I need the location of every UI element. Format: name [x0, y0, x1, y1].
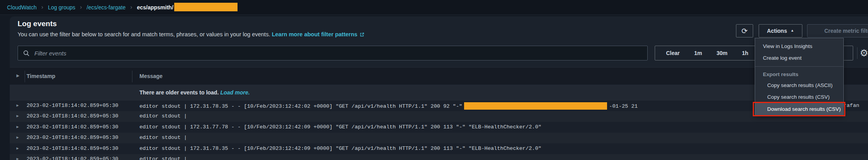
log-timestamp: 2023-02-10T18:14:02.859+05:30 [27, 156, 118, 160]
breadcrumb-separator: › [130, 4, 132, 10]
column-header-message: Message [139, 73, 163, 79]
time-range-clear-button[interactable]: Clear [666, 50, 680, 56]
refresh-icon: ⟳ [741, 27, 748, 36]
expand-row-icon[interactable]: ▶ [16, 114, 19, 118]
time-range-30m[interactable]: 30m [716, 50, 727, 56]
breadcrumb-current-stream: ecs/appsmith/ [137, 4, 173, 11]
breadcrumb-cloudwatch[interactable]: CloudWatch [7, 4, 37, 11]
column-divider [25, 71, 25, 82]
expand-all-icon[interactable]: ▶ [16, 73, 20, 78]
expand-row-icon[interactable]: ▶ [16, 135, 19, 140]
expand-row-icon[interactable]: ▶ [16, 156, 19, 160]
log-timestamp: 2023-02-10T18:14:02.859+05:30 [27, 146, 118, 151]
log-row[interactable]: ▶ 2023-02-10T18:14:02.859+05:30 editor s… [10, 122, 868, 133]
menu-section-export-results: Export results [755, 69, 843, 80]
log-row[interactable]: ▶ 2023-02-10T18:14:02.859+05:30 editor s… [10, 144, 868, 154]
menu-item-download-search-results-csv[interactable]: Download search results (CSV) [755, 103, 843, 115]
time-range-1h[interactable]: 1h [742, 50, 748, 56]
actions-dropdown-menu: View in Logs Insights Create log event E… [755, 38, 844, 116]
breadcrumb-separator: › [41, 4, 43, 10]
log-row[interactable]: ▶ 2023-02-10T18:14:02.859+05:30 editor s… [10, 133, 868, 143]
log-timestamp: 2023-02-10T18:14:02.859+05:30 [27, 103, 118, 108]
log-message-suffix: -01-25 21 [609, 103, 638, 109]
learn-more-link[interactable]: Learn more about filter patterns [272, 31, 357, 37]
load-more-link[interactable]: Load more. [220, 89, 250, 96]
page-title: Log events [18, 20, 57, 28]
log-message: editor stdout | [139, 113, 187, 119]
log-timestamp: 2023-02-10T18:14:02.859+05:30 [27, 113, 118, 119]
expand-row-icon[interactable]: ▶ [16, 103, 19, 108]
refresh-button[interactable]: ⟳ [736, 24, 753, 37]
log-table-header: ▶ Timestamp Message [10, 67, 868, 85]
menu-item-copy-search-results-csv[interactable]: Copy search results (CSV) [755, 91, 843, 103]
log-message: editor stdout | [139, 156, 187, 160]
search-icon [23, 50, 30, 57]
older-events-text: There are older events to load. [139, 89, 219, 96]
breadcrumb: CloudWatch › Log groups › /ecs/ecs-farga… [0, 0, 868, 15]
column-divider [132, 71, 132, 82]
log-timestamp: 2023-02-10T18:14:02.859+05:30 [27, 135, 118, 140]
expand-row-icon[interactable]: ▶ [16, 146, 19, 151]
menu-divider [755, 66, 843, 67]
cloudwatch-log-events-page: CloudWatch › Log groups › /ecs/ecs-farga… [0, 0, 868, 160]
actions-button-label: Actions [767, 28, 787, 34]
filter-events-input[interactable] [34, 50, 647, 57]
menu-item-copy-search-results-ascii[interactable]: Copy search results (ASCII) [755, 80, 843, 91]
external-link-icon [359, 32, 364, 38]
create-metric-filter-button[interactable]: Create metric filter [807, 24, 868, 37]
breadcrumb-log-group[interactable]: /ecs/ecs-fargate [87, 4, 126, 11]
log-message: editor stdout | 172.31.78.35 - - [10/Feb… [139, 146, 541, 151]
log-timestamp: 2023-02-10T18:14:02.859+05:30 [27, 124, 118, 130]
redaction-bar [464, 102, 607, 110]
filter-events-input-wrapper [18, 46, 648, 60]
log-message-prefix: editor stdout | 172.31.78.35 - - [10/Feb… [139, 103, 462, 109]
gear-icon[interactable]: ⚙ [860, 46, 868, 60]
toolbar-divider [857, 47, 857, 59]
expand-row-icon[interactable]: ▶ [16, 124, 19, 129]
log-row[interactable]: ▶ 2023-02-10T18:14:02.859+05:30 editor s… [10, 154, 868, 160]
log-message: editor stdout | 172.31.78.35 - - [10/Feb… [139, 103, 638, 110]
create-metric-filter-label: Create metric filter [824, 28, 868, 34]
chevron-up-icon: ▲ [791, 28, 794, 32]
column-header-timestamp: Timestamp [27, 73, 55, 79]
log-message: editor stdout | 172.31.77.78 - - [10/Feb… [139, 124, 541, 130]
log-message: editor stdout | [139, 135, 187, 140]
older-events-row: There are older events to load. Load mor… [10, 85, 868, 101]
menu-item-label: Download search results (CSV) [767, 106, 841, 112]
actions-button[interactable]: Actions ▲ [759, 24, 802, 37]
menu-item-view-in-logs-insights[interactable]: View in Logs Insights [755, 41, 843, 52]
log-row[interactable]: ▶ 2023-02-10T18:14:02.859+05:30 editor s… [10, 111, 868, 122]
breadcrumb-separator: › [80, 4, 82, 10]
breadcrumb-log-groups[interactable]: Log groups [48, 4, 75, 11]
menu-item-create-log-event[interactable]: Create log event [755, 52, 843, 64]
log-row[interactable]: ▶ 2023-02-10T18:14:02.859+05:30 editor s… [10, 101, 868, 111]
time-range-1m[interactable]: 1m [694, 50, 702, 56]
page-description: You can use the filter bar below to sear… [18, 31, 364, 38]
description-text: You can use the filter bar below to sear… [18, 31, 270, 37]
redaction-bar [174, 3, 238, 11]
